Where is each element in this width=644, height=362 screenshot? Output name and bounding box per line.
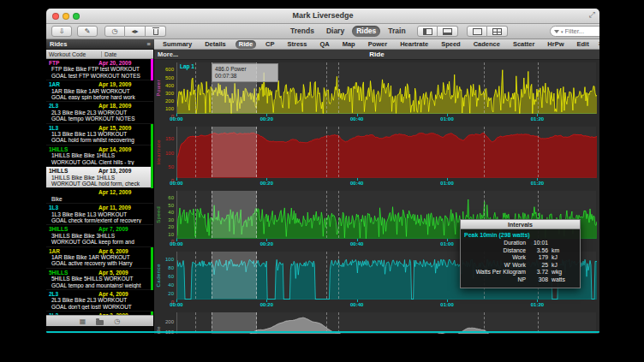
trash-button[interactable] bbox=[146, 26, 166, 37]
metric-label: Distance bbox=[464, 247, 526, 255]
x-tick-label: 00:20 bbox=[260, 302, 273, 307]
view-train[interactable]: Train bbox=[384, 26, 409, 37]
tab-qa[interactable]: QA bbox=[316, 40, 332, 49]
interval-marker bbox=[195, 191, 196, 238]
y-tick: 60 bbox=[168, 195, 174, 200]
metric-unit bbox=[548, 240, 552, 247]
x-tick-label: 01:00 bbox=[440, 116, 453, 122]
ride-row-header: 2L3Apr 18, 2009 bbox=[49, 103, 149, 109]
x-tick-label: 00:20 bbox=[260, 116, 273, 122]
tab-details[interactable]: Details bbox=[201, 40, 230, 49]
tab-cp[interactable]: CP bbox=[262, 40, 277, 49]
interval-marker bbox=[195, 127, 196, 177]
split-button[interactable]: ◂▸ bbox=[125, 26, 146, 37]
view-rides[interactable]: Rides bbox=[352, 26, 380, 37]
single-view-button[interactable] bbox=[467, 26, 487, 37]
tab-summary[interactable]: Summary bbox=[159, 40, 195, 49]
tab-speed[interactable]: Speed bbox=[438, 40, 464, 49]
toggle-bottombar-button[interactable] bbox=[438, 26, 458, 37]
tiled-view-button[interactable] bbox=[487, 26, 508, 37]
tab-hrpw[interactable]: HrPw bbox=[544, 40, 567, 49]
plot-area-heartrate[interactable] bbox=[176, 127, 596, 178]
ride-row[interactable]: 1L3Apr 11, 20091L3 Bike Bike 1L3 WORKOUT… bbox=[46, 204, 153, 225]
resize-icon[interactable]: ⤢ bbox=[589, 10, 595, 20]
edit-button[interactable]: ✎ bbox=[77, 26, 98, 37]
layout-group-2 bbox=[467, 26, 508, 37]
view-diary[interactable]: Diary bbox=[322, 26, 349, 37]
tab-edit[interactable]: Edit bbox=[574, 40, 593, 49]
tab-map[interactable]: Map bbox=[339, 40, 359, 49]
ride-row[interactable]: 1ARApr 19, 20091AR Bike Bike 1AR WORKOUT… bbox=[46, 80, 153, 102]
ride-row[interactable]: 1HILLSApr 14, 20091HILLS Bike Bike 1HILL… bbox=[46, 145, 153, 167]
ride-row[interactable]: 2L3Apr 4, 20092L3 Bike Bike 2L3 WORKOUTG… bbox=[46, 290, 153, 312]
ride-description: GOAL tempo and mountains! weight bbox=[49, 282, 149, 288]
filter-input[interactable] bbox=[565, 27, 599, 35]
intervals-popup[interactable]: Intervals Peak 10min (298 watts) Duratio… bbox=[460, 219, 581, 288]
ride-row[interactable]: Apr 12, 2009Bike bbox=[46, 188, 153, 204]
tabbar-menu-icon[interactable]: ≡ bbox=[599, 40, 599, 48]
calendar-icon[interactable]: ▦ bbox=[80, 317, 86, 326]
ride-date: Apr 20, 2009 bbox=[98, 60, 131, 66]
filter-field[interactable]: ▾ bbox=[550, 26, 599, 37]
plot-area-power[interactable]: Lap 1486.0 Power00:07:38 bbox=[176, 62, 596, 114]
view-switcher: TrendsDiaryRidesTrain bbox=[286, 26, 410, 37]
y-axis-ticks-heartrate: 050100150 bbox=[162, 127, 176, 178]
ride-color-strip bbox=[151, 124, 153, 145]
y-tick: 100 bbox=[165, 257, 174, 262]
sidebar-header: Rides ≡ bbox=[46, 39, 154, 50]
trash-icon bbox=[153, 29, 158, 35]
tab-ride[interactable]: Ride bbox=[236, 40, 256, 49]
y-tick: 20 bbox=[168, 291, 174, 296]
intervals-popup-title[interactable]: Intervals bbox=[461, 220, 580, 229]
ride-row[interactable]: 2L3Apr 18, 20092L3 Bike Bike 2L3 WORKOUT… bbox=[46, 102, 153, 123]
ride-description: GOAL easy spin before hard work bbox=[49, 94, 149, 100]
x-tick-label: 00:40 bbox=[350, 181, 363, 186]
list-column-header[interactable]: Workout Code Date bbox=[46, 50, 153, 59]
folder-icon[interactable] bbox=[96, 320, 104, 325]
column-workout-code[interactable]: Workout Code bbox=[49, 51, 86, 57]
tab-stress[interactable]: Stress bbox=[283, 40, 310, 49]
workout-code bbox=[49, 189, 98, 195]
selection-region[interactable] bbox=[212, 127, 257, 177]
ride-color-strip bbox=[151, 269, 153, 290]
tab-heartrate[interactable]: Heartrate bbox=[397, 40, 432, 49]
ride-row[interactable]: 3HILLSApr 7, 20093HILLS Bike Bike 3HILLS… bbox=[46, 225, 153, 246]
ride-row-header: 5HILLSApr 5, 2009 bbox=[49, 270, 149, 276]
x-tick-label: 00:00 bbox=[170, 181, 182, 186]
ride-row[interactable]: FTPApr 20, 2009FTP Bike Bike FTP test WO… bbox=[46, 59, 153, 80]
ride-list[interactable]: FTPApr 20, 2009FTP Bike Bike FTP test WO… bbox=[46, 59, 153, 315]
ride-description: Bike bbox=[49, 196, 149, 202]
ride-row[interactable]: 1L3Apr 15, 20091L3 Bike Bike 1L3 WORKOUT… bbox=[46, 124, 153, 145]
ride-row[interactable]: 1ARApr 6, 20091AR Bike Bike 1AR WORKOUTG… bbox=[46, 247, 153, 269]
ride-row[interactable]: 5HILLSApr 5, 20095HILLS Bike 5HILLS WORK… bbox=[46, 269, 153, 290]
stopwatch-button[interactable]: ◷ bbox=[104, 26, 125, 37]
download-button[interactable]: ⇩ bbox=[51, 26, 72, 37]
metric-label: Duration bbox=[464, 240, 526, 247]
column-date[interactable]: Date bbox=[101, 51, 116, 57]
tool-group: ◷ ◂▸ bbox=[104, 26, 166, 37]
y-tick: 60 bbox=[168, 274, 174, 279]
ride-date: Apr 13, 2009 bbox=[98, 168, 131, 174]
interval-metric-row: Work179kJ bbox=[464, 254, 576, 262]
selection-region[interactable] bbox=[212, 252, 257, 299]
sidebar-menu-icon[interactable]: ≡ bbox=[147, 39, 151, 50]
stopwatch-small-icon[interactable]: ◷ bbox=[114, 317, 120, 326]
y-tick: 200 bbox=[165, 98, 174, 104]
x-axis-heartrate: 00:0000:2000:4001:0001:20 bbox=[176, 178, 596, 188]
ride-row[interactable]: 1HILLSApr 13, 20091HILLS Bike Bike 1HILL… bbox=[46, 167, 153, 188]
tab-scatter[interactable]: Scatter bbox=[510, 40, 538, 49]
ride-row[interactable]: 1L3Apr 3, 20091L3 Bike Bike 1L3 WORKOUT bbox=[46, 312, 153, 315]
view-trends[interactable]: Trends bbox=[286, 26, 319, 37]
selection-region[interactable] bbox=[212, 191, 257, 238]
x-axis-power: 00:0000:2000:4001:0001:20 bbox=[176, 114, 596, 124]
metric-unit: watts bbox=[548, 276, 565, 284]
tab-power[interactable]: Power bbox=[365, 40, 391, 49]
toggle-sidebar-button[interactable] bbox=[417, 26, 438, 37]
ride-row-header: 3HILLSApr 7, 2009 bbox=[49, 226, 149, 232]
x-tick-label: 00:40 bbox=[350, 116, 363, 122]
interval-marker bbox=[538, 62, 539, 113]
y-axis-label-text: Cadence bbox=[156, 264, 161, 288]
chart-stack: Power0100200300400500600Lap 1486.0 Power… bbox=[154, 62, 599, 334]
tab-cadence[interactable]: Cadence bbox=[470, 40, 504, 49]
filter-dropdown-icon[interactable]: ▾ bbox=[561, 29, 564, 34]
